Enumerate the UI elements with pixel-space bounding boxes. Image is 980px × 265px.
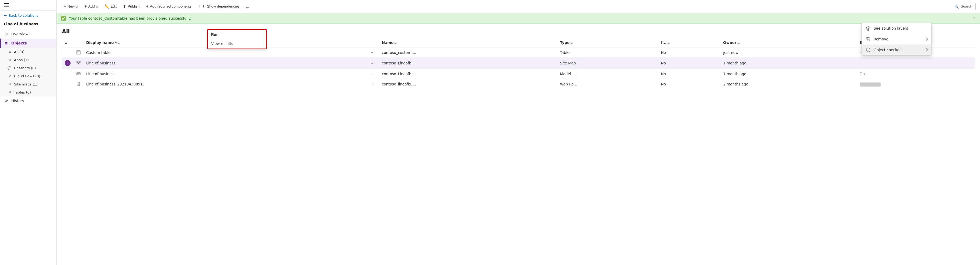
see-solution-layers-item[interactable]: See solution layers	[862, 23, 931, 34]
add-button[interactable]: + Add	[81, 3, 100, 10]
row4-select[interactable]	[62, 79, 73, 89]
toolbar: + New + Add ✏️ Edit ⬆ Publish + Add requ…	[57, 0, 980, 13]
new-button[interactable]: + New	[61, 3, 81, 10]
table-row[interactable]: Custom table ⋯ contoso_customt... Table …	[62, 47, 975, 58]
sub-item-apps[interactable]: ⊞ Apps (1)	[0, 56, 56, 64]
overview-icon: ⊞	[4, 32, 9, 37]
svg-rect-11	[77, 74, 79, 74]
sitemap-icon	[76, 61, 81, 65]
table-row[interactable]: ✓ Line of business ⋯ contoso_Lineofb...	[62, 58, 975, 69]
add-required-label: Add required components	[150, 4, 192, 8]
success-check-icon: ✅	[61, 16, 66, 21]
svg-rect-0	[77, 51, 80, 54]
row3-extra-on: On	[860, 72, 865, 76]
object-checker-chevron-icon	[925, 48, 928, 52]
row3-owner: 1 month ago	[721, 69, 857, 79]
row4-icon-cell	[73, 79, 83, 89]
edit-label: Edit	[110, 4, 117, 8]
show-dependencies-button[interactable]: ⋮⋮ Show dependencies	[195, 3, 242, 10]
add-required-button[interactable]: + Add required components	[143, 3, 194, 10]
search-button[interactable]: 🔍 Search	[951, 3, 976, 10]
solution-title: Line of business	[0, 20, 56, 29]
row2-check-icon: ✓	[65, 60, 70, 66]
sub-item-chatbots[interactable]: 💬 Chatbots (0)	[0, 64, 56, 72]
more-button[interactable]: ...	[243, 3, 252, 10]
row4-more-icon[interactable]: ⋯	[369, 81, 377, 87]
svg-rect-12	[77, 82, 80, 86]
row4-more[interactable]: ⋯	[366, 79, 379, 89]
publish-button[interactable]: ⬆ Publish	[120, 3, 142, 10]
sub-item-site-maps[interactable]: ⊞ Site maps (1)	[0, 80, 56, 88]
row4-type: Web Re...	[557, 79, 659, 89]
col-owner-header[interactable]: Owner	[721, 38, 857, 47]
row2-more-icon[interactable]: ⋯	[369, 60, 377, 66]
edit-button[interactable]: ✏️ Edit	[102, 3, 119, 10]
history-label: History	[11, 99, 24, 103]
row3-more-icon[interactable]: ⋯	[369, 71, 377, 77]
table-row[interactable]: Line of business_20210430091: ⋯ contoso_…	[62, 79, 975, 89]
checker-icon	[865, 47, 871, 53]
row1-more[interactable]: ⋯	[366, 47, 379, 58]
webresource-icon	[76, 82, 81, 86]
site-maps-label: Site maps (1)	[14, 82, 37, 86]
table-title: All	[62, 28, 975, 35]
chatbots-label: Chatbots (0)	[14, 66, 36, 70]
row3-select[interactable]	[62, 69, 73, 79]
col-select-header: ≡	[62, 38, 73, 47]
row4-status: ████████	[857, 79, 975, 89]
more-dots-icon: ...	[246, 4, 249, 8]
back-to-solutions-link[interactable]: ← Back to solutions	[0, 11, 56, 20]
object-checker-item[interactable]: Object checker	[862, 45, 931, 55]
remove-label: Remove	[873, 37, 888, 41]
cloud-flows-label: Cloud flows (0)	[14, 74, 40, 78]
all-label: All (3)	[14, 50, 24, 54]
banner-close-button[interactable]: ×	[973, 16, 976, 21]
sub-item-all[interactable]: ≡ All (3)	[0, 48, 56, 56]
row2-more[interactable]: ⋯	[366, 58, 379, 69]
data-table: ≡ Display name	[62, 38, 975, 89]
row2-select[interactable]: ✓	[62, 58, 73, 69]
row1-managed: No	[658, 47, 721, 58]
table-row[interactable]: Line of business ⋯ contoso_Lineofb... Mo…	[62, 69, 975, 79]
sub-item-tables[interactable]: ⊞ Tables (0)	[0, 88, 56, 96]
row1-more-icon[interactable]: ⋯	[369, 49, 377, 56]
row1-icon-cell	[73, 47, 83, 58]
row1-owner: just now	[721, 47, 857, 58]
row4-managed: No	[658, 79, 721, 89]
row1-select[interactable]	[62, 47, 73, 58]
view-results-item[interactable]: View results	[208, 39, 266, 48]
run-input[interactable]	[208, 30, 266, 39]
col-managed-header[interactable]: f...	[658, 38, 721, 47]
sidebar-item-overview[interactable]: ⊞ Overview	[0, 29, 56, 38]
type-header-label: Type	[560, 40, 570, 45]
sub-item-cloud-flows[interactable]: ↗ Cloud flows (0)	[0, 72, 56, 80]
row2-managed: No	[658, 58, 721, 69]
row2-name: contoso_Lineofb...	[379, 58, 557, 69]
add-label: Add	[88, 4, 95, 8]
col-type-header[interactable]: Type	[557, 38, 659, 47]
add-chevron-icon	[96, 4, 98, 8]
new-plus-icon: +	[64, 4, 66, 9]
table-header-row: ≡ Display name	[62, 38, 975, 47]
model-icon	[76, 72, 81, 76]
hamburger-menu[interactable]	[4, 3, 9, 7]
svg-rect-9	[77, 72, 80, 75]
new-chevron-icon	[76, 4, 78, 8]
edit-pencil-icon: ✏️	[105, 4, 109, 9]
remove-left: Remove	[865, 37, 888, 42]
col-name-header[interactable]: Name	[379, 38, 557, 47]
objects-sub-list: ≡ All (3) ⊞ Apps (1) 💬 Chatbots (0) ↗ Cl…	[0, 48, 56, 96]
svg-rect-10	[77, 73, 80, 73]
type-chevron-icon	[571, 40, 573, 45]
content-area: ✅ Your table contoso_Customtable has bee…	[57, 13, 980, 265]
remove-item[interactable]: Remove	[862, 34, 931, 45]
row4-name: contoso_lineofbu...	[379, 79, 557, 89]
sidebar-item-objects[interactable]: ≡ Objects	[0, 38, 56, 48]
chatbots-icon: 💬	[8, 66, 12, 70]
tables-icon: ⊞	[8, 90, 12, 94]
see-solution-layers-left: See solution layers	[865, 26, 908, 31]
sidebar-item-history[interactable]: ⟳ History	[0, 96, 56, 105]
row3-more[interactable]: ⋯	[366, 69, 379, 79]
publish-icon: ⬆	[123, 4, 126, 9]
hamburger-area	[0, 0, 56, 11]
